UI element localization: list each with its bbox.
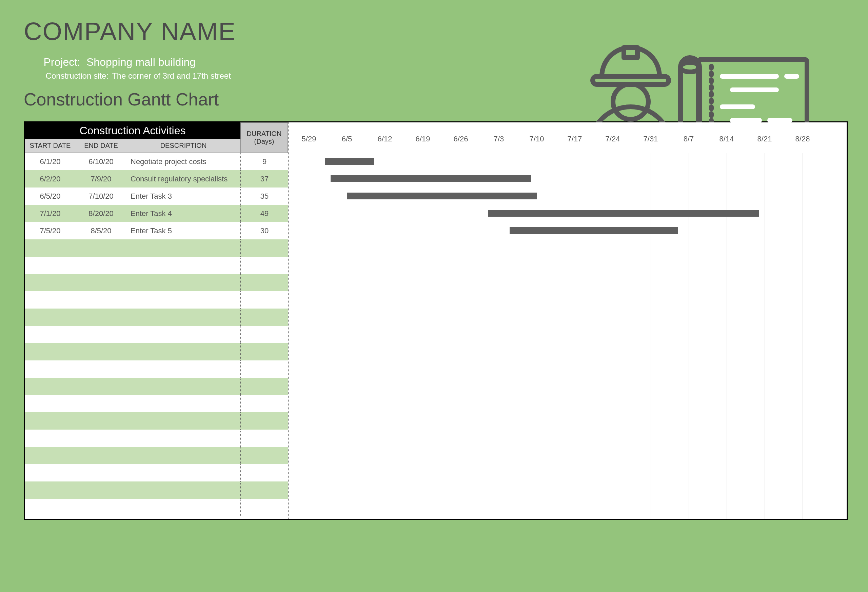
tick-label: 7/17 — [568, 134, 582, 143]
duration-header-top: DURATION — [247, 130, 282, 138]
activities-header: Construction Activities — [25, 123, 241, 139]
tick-label: 6/5 — [342, 134, 352, 143]
tick-label: 8/28 — [796, 134, 810, 143]
cell-duration: 9 — [241, 153, 288, 170]
cell-desc: Consult regulatory specialists — [127, 175, 241, 183]
task-row — [25, 360, 288, 378]
site-label: Construction site: — [24, 71, 112, 81]
cell-duration — [241, 239, 288, 257]
cell-duration — [241, 395, 288, 412]
col-desc-header: DESCRIPTION — [127, 142, 241, 149]
cell-end: 7/9/20 — [75, 175, 127, 183]
gridline — [499, 153, 499, 519]
gridline — [385, 153, 385, 519]
task-row — [25, 274, 288, 291]
gridline — [613, 153, 613, 519]
tick-label: 6/19 — [416, 134, 430, 143]
cell-desc: Enter Task 5 — [127, 226, 241, 235]
project-value: Shopping mall building — [86, 56, 196, 68]
task-row — [25, 343, 288, 360]
site-value: The corner of 3rd and 17th street — [112, 71, 231, 81]
gantt-bar — [347, 193, 537, 199]
cell-duration: 35 — [241, 187, 288, 205]
cell-duration — [241, 360, 288, 378]
task-row — [25, 447, 288, 464]
cell-duration — [241, 257, 288, 274]
task-row — [25, 326, 288, 343]
cell-desc: Enter Task 3 — [127, 192, 241, 201]
cell-duration — [241, 291, 288, 309]
cell-duration: 30 — [241, 222, 288, 239]
tick-label: 7/3 — [494, 134, 504, 143]
tick-label: 8/14 — [719, 134, 734, 143]
task-row — [25, 378, 288, 395]
cell-duration — [241, 378, 288, 395]
column-headers: START DATE END DATE DESCRIPTION — [25, 139, 241, 153]
task-row — [25, 257, 288, 274]
activities-panel: Construction Activities START DATE END D… — [25, 123, 289, 519]
gridline — [347, 153, 347, 519]
col-start-header: START DATE — [25, 142, 75, 149]
task-row: 6/5/207/10/20Enter Task 335 — [25, 187, 288, 205]
cell-duration — [241, 499, 288, 516]
gridline — [765, 153, 765, 519]
task-row — [25, 239, 288, 257]
cell-start: 6/1/20 — [25, 157, 75, 166]
cell-desc: Enter Task 4 — [127, 209, 241, 218]
cell-duration — [241, 343, 288, 360]
task-row — [25, 481, 288, 499]
gantt-bar — [325, 158, 374, 165]
gantt-chart: Construction Activities START DATE END D… — [24, 121, 848, 520]
col-end-header: END DATE — [75, 142, 127, 149]
cell-duration — [241, 430, 288, 447]
cell-end: 6/10/20 — [75, 157, 127, 166]
tick-label: 7/10 — [530, 134, 544, 143]
task-row — [25, 499, 288, 516]
tick-label: 5/29 — [302, 134, 316, 143]
cell-duration — [241, 447, 288, 464]
tick-label: 6/26 — [454, 134, 468, 143]
gridline — [726, 153, 727, 519]
cell-start: 7/5/20 — [25, 226, 75, 235]
duration-header-bottom: (Days) — [254, 138, 274, 145]
cell-duration — [241, 326, 288, 343]
duration-header: DURATION (Days) — [241, 123, 288, 153]
task-row: 7/1/208/20/20Enter Task 449 — [25, 205, 288, 222]
gridlines — [289, 153, 847, 519]
cell-duration — [241, 481, 288, 499]
gridline — [689, 153, 689, 519]
gridline — [537, 153, 537, 519]
cell-duration — [241, 309, 288, 326]
gantt-bar — [331, 175, 531, 182]
svg-point-9 — [613, 84, 648, 120]
task-row: 6/1/206/10/20Negotiate project costs9 — [25, 153, 288, 170]
task-row — [25, 412, 288, 430]
page-header: COMPANY NAME Project: Shopping mall buil… — [24, 17, 848, 109]
task-rows: 6/1/206/10/20Negotiate project costs96/2… — [25, 153, 288, 519]
cell-end: 8/5/20 — [75, 226, 127, 235]
task-row — [25, 430, 288, 447]
gridline — [575, 153, 575, 519]
tick-label: 7/31 — [644, 134, 658, 143]
cell-start: 7/1/20 — [25, 209, 75, 218]
gridline — [803, 153, 803, 519]
task-row — [25, 395, 288, 412]
timeline-panel: 5/296/56/126/196/267/37/107/177/247/318/… — [289, 123, 847, 519]
task-row: 7/5/208/5/20Enter Task 530 — [25, 222, 288, 239]
cell-end: 8/20/20 — [75, 209, 127, 218]
tick-label: 6/12 — [378, 134, 392, 143]
cell-duration: 37 — [241, 170, 288, 187]
cell-end: 7/10/20 — [75, 192, 127, 201]
cell-start: 6/5/20 — [25, 192, 75, 201]
gantt-bar — [509, 227, 678, 234]
task-row — [25, 291, 288, 309]
timeline-header: 5/296/56/126/196/267/37/107/177/247/318/… — [289, 123, 847, 153]
gridline — [423, 153, 423, 519]
gantt-bar — [488, 210, 759, 217]
task-row — [25, 464, 288, 481]
tick-label: 8/7 — [683, 134, 694, 143]
cell-desc: Negotiate project costs — [127, 157, 241, 166]
gridline — [651, 153, 651, 519]
gridline — [309, 153, 309, 519]
task-row — [25, 309, 288, 326]
